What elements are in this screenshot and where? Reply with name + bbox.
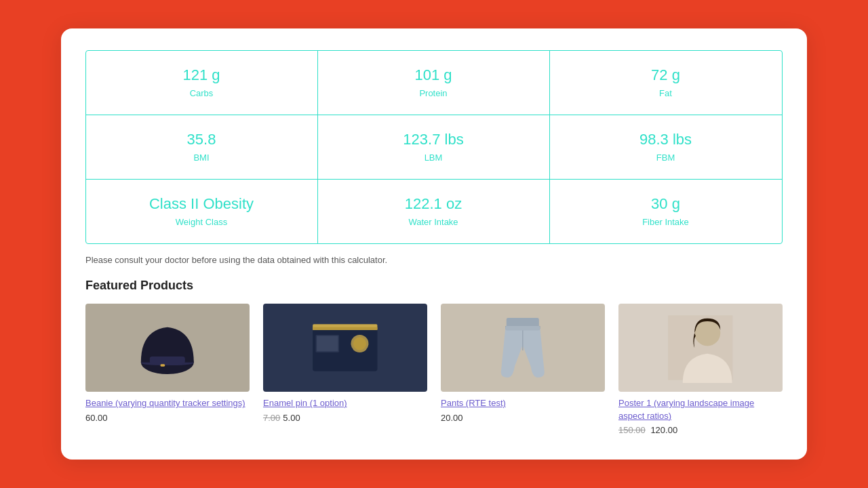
svg-rect-5 xyxy=(313,327,377,330)
weight-class-label: Weight Class xyxy=(176,217,227,227)
water-intake-label: Water Intake xyxy=(408,217,458,227)
product-enamel-image xyxy=(263,304,427,392)
fbm-value: 98.3 lbs xyxy=(639,131,692,148)
stats-grid: 121 g Carbs 101 g Protein 72 g Fat 35.8 … xyxy=(85,50,783,244)
fat-label: Fat xyxy=(659,88,672,98)
enamel-price-sale: 5.00 xyxy=(283,413,300,423)
products-grid: Beanie (varying quantity tracker setting… xyxy=(85,304,783,434)
svg-rect-13 xyxy=(505,326,540,330)
featured-products-title: Featured Products xyxy=(85,279,783,293)
product-pants-price: 20.00 xyxy=(441,413,605,423)
disclaimer-text: Please consult your doctor before using … xyxy=(85,255,783,265)
fat-value: 72 g xyxy=(651,66,680,84)
carbs-value: 121 g xyxy=(182,66,220,84)
fat-cell: 72 g Fat xyxy=(549,50,782,115)
weight-class-cell: Class II Obesity Weight Class xyxy=(85,179,318,243)
fbm-cell: 98.3 lbs FBM xyxy=(549,115,782,180)
product-poster-title[interactable]: Poster 1 (varying landscape image aspect… xyxy=(618,397,783,422)
main-card: 121 g Carbs 101 g Protein 72 g Fat 35.8 … xyxy=(61,28,807,459)
beanie-price-sale: 60.00 xyxy=(85,413,108,423)
product-beanie-image xyxy=(85,304,250,392)
fiber-intake-cell: 30 g Fiber Intake xyxy=(549,179,782,243)
product-pants-image xyxy=(441,304,605,392)
bmi-value: 35.8 xyxy=(187,131,216,148)
water-intake-cell: 122.1 oz Water Intake xyxy=(317,179,550,243)
fbm-label: FBM xyxy=(656,152,675,163)
protein-label: Protein xyxy=(419,88,447,98)
svg-rect-2 xyxy=(161,365,165,367)
lbm-label: LBM xyxy=(425,152,443,163)
water-intake-value: 122.1 oz xyxy=(405,195,462,213)
carbs-label: Carbs xyxy=(190,88,214,98)
pants-price-sale: 20.00 xyxy=(441,413,463,423)
product-enamel-title[interactable]: Enamel pin (1 option) xyxy=(263,397,427,409)
product-pants: Pants (RTE test) 20.00 xyxy=(441,304,605,434)
product-poster: Poster 1 (varying landscape image aspect… xyxy=(618,304,783,434)
lbm-value: 123.7 lbs xyxy=(403,131,463,148)
stats-row-3: Class II Obesity Weight Class 122.1 oz W… xyxy=(86,180,782,243)
product-beanie: Beanie (varying quantity tracker setting… xyxy=(85,304,250,434)
protein-value: 101 g xyxy=(414,66,452,84)
stats-row-1: 121 g Carbs 101 g Protein 72 g Fat xyxy=(86,51,782,115)
protein-cell: 101 g Protein xyxy=(317,50,550,115)
product-enamel-price: 7.005.00 xyxy=(263,413,427,423)
bmi-cell: 35.8 BMI xyxy=(85,115,318,180)
product-poster-price: 150.00 120.00 xyxy=(618,425,783,435)
product-pants-title[interactable]: Pants (RTE test) xyxy=(441,397,605,409)
svg-rect-7 xyxy=(317,336,338,352)
product-beanie-price: 60.00 xyxy=(85,413,250,423)
lbm-cell: 123.7 lbs LBM xyxy=(317,115,550,180)
svg-rect-1 xyxy=(150,357,185,363)
poster-price-original: 150.00 xyxy=(618,425,646,435)
product-enamel: Enamel pin (1 option) 7.005.00 xyxy=(263,304,427,434)
stats-row-2: 35.8 BMI 123.7 lbs LBM 98.3 lbs FBM xyxy=(86,115,782,180)
enamel-price-original: 7.00 xyxy=(263,413,280,423)
bmi-label: BMI xyxy=(193,152,209,163)
product-beanie-title[interactable]: Beanie (varying quantity tracker setting… xyxy=(85,397,250,409)
carbs-cell: 121 g Carbs xyxy=(85,50,318,115)
poster-price-sale: 120.00 xyxy=(650,425,677,435)
product-poster-image xyxy=(618,304,783,392)
weight-class-value: Class II Obesity xyxy=(149,195,254,213)
svg-point-9 xyxy=(353,338,366,350)
fiber-intake-label: Fiber Intake xyxy=(642,217,689,227)
fiber-intake-value: 30 g xyxy=(651,195,680,213)
